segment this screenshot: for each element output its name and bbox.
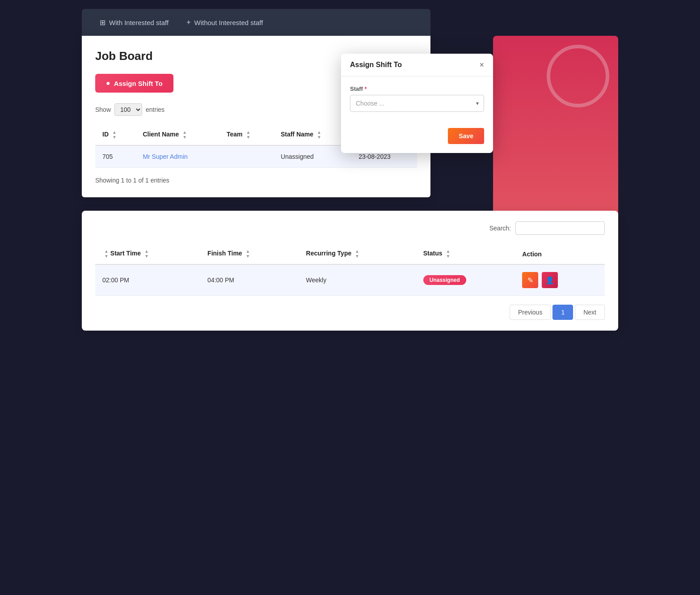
entries-label: entries (146, 106, 164, 113)
staff-label: Staff * (350, 85, 484, 92)
col-id[interactable]: ID ▲ ▼ (95, 125, 135, 145)
col-finish-time[interactable]: Finish Time ▲ ▼ (200, 244, 299, 264)
show-label: Show (95, 106, 111, 113)
assign-icon: ● (106, 79, 110, 87)
pagination: Previous 1 Next (95, 305, 605, 320)
cell-team (219, 145, 274, 168)
assign-user-icon: 👤 (545, 276, 554, 285)
sort-start-icon2: ▲ ▼ (144, 249, 149, 259)
search-label: Search: (489, 225, 511, 232)
bottom-panel: Search: ▲ ▼ Start Time ▲ ▼ (82, 211, 618, 331)
client-link[interactable]: Mr Super Admin (143, 153, 187, 160)
modal-header: Assign Shift To × (341, 54, 493, 76)
tab-without-interested[interactable]: + Without Interested staff (177, 15, 272, 30)
modal-container: Assign Shift To × Staff * Choose ... (341, 54, 493, 153)
col-recurring-type[interactable]: Recurring Type ▲ ▼ (299, 244, 416, 264)
cell-id: 705 (95, 145, 135, 168)
sort-team-icon: ▲ ▼ (246, 130, 250, 140)
tab-with-interested-label: With Interested staff (109, 19, 169, 26)
sort-recurring-icon: ▲ ▼ (355, 249, 359, 259)
top-navigation: ⊞ With Interested staff + Without Intere… (82, 9, 430, 36)
cell-client-name[interactable]: Mr Super Admin (135, 145, 219, 168)
col-status[interactable]: Status ▲ ▼ (416, 244, 515, 264)
save-button[interactable]: Save (448, 128, 484, 144)
table-icon: ⊞ (100, 18, 105, 27)
modal-footer: Save (341, 128, 493, 153)
showing-entries-text: Showing 1 to 1 of 1 entries (95, 177, 417, 184)
cell-status: Unassigned (416, 264, 515, 296)
cell-staff-name: Unassigned (274, 145, 351, 168)
bottom-table-row: 02:00 PM 04:00 PM Weekly Unassigned ✎ 👤 (95, 264, 605, 296)
bottom-table: ▲ ▼ Start Time ▲ ▼ Finish Time ▲ (95, 244, 605, 296)
sort-staff-icon: ▲ ▼ (317, 130, 321, 140)
sort-start-icon: ▲ ▼ (104, 249, 109, 259)
sort-id-icon: ▲ ▼ (112, 130, 117, 140)
cell-start-time: 02:00 PM (95, 264, 200, 296)
sort-finish-icon: ▲ ▼ (246, 249, 250, 259)
staff-select-wrapper: Choose ... ▾ (350, 95, 484, 112)
bottom-table-header-row: ▲ ▼ Start Time ▲ ▼ Finish Time ▲ (95, 244, 605, 264)
col-client-name[interactable]: Client Name ▲ ▼ (135, 125, 219, 145)
assign-btn-label: Assign Shift To (114, 80, 163, 87)
tab-without-interested-label: Without Interested staff (194, 19, 263, 26)
edit-icon: ✎ (527, 276, 533, 285)
tab-with-interested[interactable]: ⊞ With Interested staff (91, 15, 177, 30)
staff-form-group: Staff * Choose ... ▾ (350, 85, 484, 112)
cell-finish-time: 04:00 PM (200, 264, 299, 296)
modal-close-button[interactable]: × (479, 61, 484, 69)
assign-shift-modal: Assign Shift To × Staff * Choose ... (341, 54, 493, 153)
staff-select[interactable]: Choose ... (350, 95, 484, 112)
col-team[interactable]: Team ▲ ▼ (219, 125, 274, 145)
sort-client-icon: ▲ ▼ (182, 130, 187, 140)
status-badge: Unassigned (423, 275, 466, 285)
required-star: * (365, 85, 367, 92)
previous-button[interactable]: Previous (510, 305, 551, 320)
assign-button[interactable]: 👤 (542, 272, 558, 288)
modal-body: Staff * Choose ... ▾ (341, 76, 493, 128)
col-action: Action (515, 244, 605, 264)
col-staff-name[interactable]: Staff Name ▲ ▼ (274, 125, 351, 145)
cell-recurring-type: Weekly (299, 264, 416, 296)
plus-icon: + (186, 18, 190, 26)
edit-button[interactable]: ✎ (522, 272, 538, 288)
next-button[interactable]: Next (575, 305, 605, 320)
col-start-time[interactable]: ▲ ▼ Start Time ▲ ▼ (95, 244, 200, 264)
search-input[interactable] (515, 221, 605, 235)
modal-title: Assign Shift To (350, 61, 402, 69)
search-bar: Search: (95, 221, 605, 235)
page-1-button[interactable]: 1 (552, 305, 573, 320)
cell-action: ✎ 👤 (515, 264, 605, 296)
assign-shift-button[interactable]: ● Assign Shift To (95, 74, 173, 93)
sort-status-icon: ▲ ▼ (446, 249, 450, 259)
entries-select[interactable]: 100 (114, 103, 142, 116)
